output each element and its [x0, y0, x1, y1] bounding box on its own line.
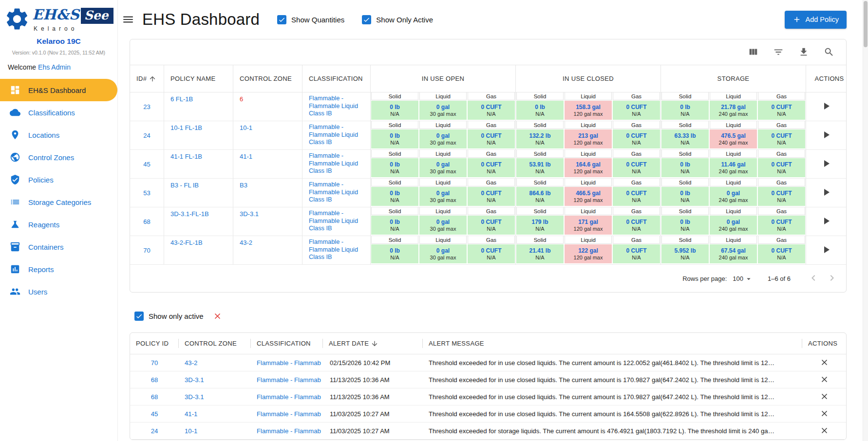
policy-id-link[interactable]: 53 — [130, 179, 164, 207]
sidebar-item-eh-s-dashboard[interactable]: EH&S Dashboard — [0, 79, 117, 101]
menu-toggle-button[interactable] — [121, 12, 135, 27]
policy-id-link[interactable]: 23 — [130, 92, 164, 121]
alert-policy-id-link[interactable]: 45 — [130, 410, 179, 418]
clear-filter-icon[interactable] — [213, 312, 222, 321]
scrollbar-thumb[interactable] — [864, 1, 868, 47]
welcome-user-link[interactable]: Ehs Admin — [38, 63, 71, 71]
classification-link[interactable]: Flammable - Flammable Liquid Class IB — [302, 92, 371, 121]
alert-control-zone-link[interactable]: 10-1 — [179, 427, 251, 435]
policy-id-link[interactable]: 45 — [130, 150, 164, 178]
quantity-group: Solid0 lbN/ALiquid0 gal240 gal maxGas0 C… — [661, 179, 806, 207]
next-page-button[interactable] — [826, 272, 838, 285]
filter-button[interactable] — [773, 47, 784, 57]
policy-name-link[interactable]: 3D-3.1-FL-1B — [164, 207, 233, 236]
alert-policy-id-link[interactable]: 70 — [130, 359, 179, 367]
alert-policy-id-link[interactable]: 24 — [130, 427, 179, 435]
quantity-value-block: 0 gal30 gal max — [419, 216, 467, 235]
column-group-storage: STORAGE — [661, 65, 806, 92]
export-button[interactable] — [798, 47, 809, 57]
policy-id-link[interactable]: 70 — [130, 236, 164, 264]
column-header-id[interactable]: ID# — [130, 65, 164, 92]
dismiss-alert-button[interactable] — [818, 391, 830, 403]
phase-label: Solid — [516, 92, 564, 100]
sidebar-item-policies[interactable]: Policies — [0, 168, 117, 191]
previous-page-button[interactable] — [807, 272, 820, 285]
columns-button[interactable] — [748, 47, 758, 57]
alerts-show-only-active-checkbox[interactable]: Show only active — [134, 312, 204, 321]
alert-control-zone-link[interactable]: 43-2 — [179, 359, 251, 367]
policy-id-link[interactable]: 68 — [130, 207, 164, 236]
alert-control-zone-link[interactable]: 3D-3.1 — [179, 393, 251, 401]
alert-classification-link[interactable]: Flammable - Flammab — [251, 376, 323, 384]
page-scrollbar[interactable] — [863, 0, 868, 441]
expand-policy-button[interactable] — [819, 214, 833, 229]
sidebar-item-users[interactable]: Users — [0, 280, 117, 303]
sidebar-item-control-zones[interactable]: Control Zones — [0, 146, 117, 168]
alert-classification-link[interactable]: Flammable - Flammab — [251, 393, 323, 401]
expand-policy-button[interactable] — [819, 128, 833, 143]
classification-link[interactable]: Flammable - Flammable Liquid Class IB — [302, 179, 371, 207]
control-zone-link[interactable]: 43-2 — [233, 236, 302, 264]
alert-classification-link[interactable]: Flammable - Flammab — [251, 359, 323, 367]
alert-column-control-zone[interactable]: CONTROL ZONE — [179, 333, 251, 354]
expand-policy-button[interactable] — [819, 157, 833, 171]
show-only-active-checkbox[interactable]: Show Only Active — [362, 15, 433, 24]
quantity-value-block: 0 CUFTN/A — [613, 101, 660, 120]
alert-classification-link[interactable]: Flammable - Flammab — [251, 427, 323, 435]
policy-name-link[interactable]: 10-1 FL-1B — [164, 121, 233, 149]
policy-name-link[interactable]: 43-2-FL-1B — [164, 236, 233, 264]
policy-name-link[interactable]: 41-1 FL-1B — [164, 150, 233, 178]
alert-column-classification[interactable]: CLASSIFICATION — [251, 333, 323, 354]
dismiss-alert-button[interactable] — [818, 357, 830, 368]
alert-control-zone-link[interactable]: 41-1 — [179, 410, 251, 418]
close-icon — [820, 378, 829, 386]
show-quantities-checkbox[interactable]: Show Quantities — [277, 15, 344, 24]
column-header-policy-name[interactable]: POLICY NAME — [164, 65, 233, 92]
column-header-control-zone[interactable]: CONTROL ZONE — [233, 65, 302, 92]
sidebar-item-containers[interactable]: Containers — [0, 236, 117, 258]
sidebar-item-reports[interactable]: Reports — [0, 258, 117, 280]
alert-column-policy-id[interactable]: POLICY ID — [130, 333, 179, 354]
control-zone-link[interactable]: B3 — [233, 179, 302, 207]
alert-column-alert-message[interactable]: ALERT MESSAGE — [423, 333, 802, 354]
classification-link[interactable]: Flammable - Flammable Liquid Class IB — [302, 236, 371, 264]
classification-link[interactable]: Flammable - Flammable Liquid Class IB — [302, 121, 371, 149]
alert-column-alert-date[interactable]: ALERT DATE — [323, 333, 423, 354]
sidebar-item-storage-categories[interactable]: Storage Categories — [0, 191, 117, 213]
sidebar-item-locations[interactable]: Locations — [0, 124, 117, 146]
search-button[interactable] — [824, 47, 834, 57]
sidebar-item-reagents[interactable]: Reagents — [0, 213, 117, 236]
control-zone-link[interactable]: 6 — [233, 92, 302, 121]
expand-policy-button[interactable] — [819, 185, 833, 200]
alert-policy-id-link[interactable]: 68 — [130, 376, 179, 384]
alert-classification-link[interactable]: Flammable - Flammab — [251, 410, 323, 418]
quantity-value: 0 CUFT — [481, 247, 502, 254]
policy-name-link[interactable]: B3 - FL IB — [164, 179, 233, 207]
brand-see-badge: See — [81, 8, 113, 24]
dismiss-alert-button[interactable] — [818, 408, 830, 420]
quantity-limit: 240 gal max — [719, 168, 748, 174]
column-header-classification[interactable]: CLASSIFICATION — [302, 65, 371, 92]
quantity-value-block: 466.5 gal120 gal max — [565, 187, 612, 206]
alert-control-zone-link[interactable]: 3D-3.1 — [179, 376, 251, 384]
rows-per-page-select[interactable]: 100 — [733, 274, 753, 283]
phase-label: Gas — [468, 121, 515, 129]
dismiss-alert-button[interactable] — [818, 374, 830, 386]
quantity-limit: 30 gal max — [430, 226, 456, 232]
expand-policy-button[interactable] — [819, 99, 833, 114]
quantity-cell: Liquid476.5 gal240 gal max — [710, 121, 757, 149]
dismiss-alert-button[interactable] — [818, 425, 830, 437]
expand-policy-button[interactable] — [819, 243, 833, 257]
classification-link[interactable]: Flammable - Flammable Liquid Class IB — [302, 150, 371, 178]
control-zone-link[interactable]: 10-1 — [233, 121, 302, 149]
control-zone-link[interactable]: 3D-3.1 — [233, 207, 302, 236]
sidebar-item-classifications[interactable]: Classifications — [0, 101, 117, 124]
row-actions-cell — [806, 150, 846, 178]
alert-policy-id-link[interactable]: 68 — [130, 393, 179, 401]
add-policy-button[interactable]: Add Policy — [785, 11, 847, 29]
policy-name-link[interactable]: 6 FL-1B — [164, 92, 233, 121]
classification-link[interactable]: Flammable - Flammable Liquid Class IB — [302, 207, 371, 236]
control-zone-link[interactable]: 41-1 — [233, 150, 302, 178]
policy-id-link[interactable]: 24 — [130, 121, 164, 149]
quantity-value: 0 CUFT — [481, 219, 502, 225]
